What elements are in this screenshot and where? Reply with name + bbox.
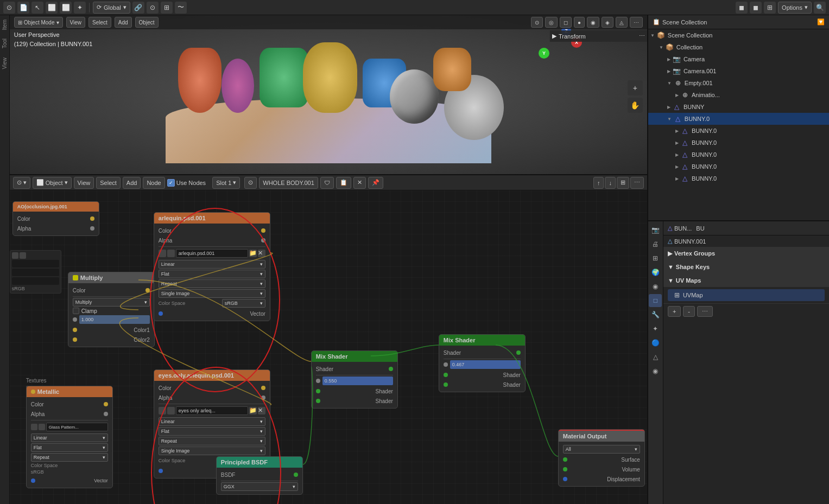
glass-linear-select[interactable]: Linear ▾ bbox=[31, 433, 108, 442]
node-select-button[interactable]: Select bbox=[96, 177, 121, 189]
mini-btn-1[interactable] bbox=[12, 252, 18, 259]
shape-keys-header[interactable]: ▼ Shape Keys bbox=[663, 260, 829, 273]
node-grid-icon[interactable]: ⊞ bbox=[617, 177, 629, 189]
outliner-bunny0-2[interactable]: ▶ △ BUNNY.0 bbox=[648, 137, 829, 149]
viewport-ev-button[interactable]: ◬ bbox=[616, 17, 628, 28]
props-physics-icon-btn[interactable]: 🔵 bbox=[649, 336, 662, 349]
glass-filename-field[interactable]: Glass Pattern... bbox=[46, 423, 108, 431]
props-output-icon-btn[interactable]: 🖨 bbox=[649, 238, 662, 251]
props-world-icon-btn[interactable]: ◉ bbox=[649, 280, 662, 293]
render-icon2[interactable]: ◼ bbox=[750, 2, 762, 14]
object-mode-button[interactable]: ⊞ Object Mode ▾ bbox=[14, 17, 63, 28]
vertex-groups-header[interactable]: ▶ Vertex Groups bbox=[663, 247, 829, 260]
tex2-repeat-select[interactable]: Repeat ▾ bbox=[159, 437, 265, 445]
tex1-repeat-select[interactable]: Repeat ▾ bbox=[159, 279, 265, 288]
node-view-button[interactable]: View bbox=[74, 177, 94, 189]
glass-repeat-select[interactable]: Repeat ▾ bbox=[31, 453, 108, 462]
node-more-icon[interactable]: ⋯ bbox=[630, 177, 644, 189]
hand-tool-button[interactable]: ✋ bbox=[628, 98, 643, 113]
tex1-single-select[interactable]: Single Image ▾ bbox=[159, 289, 265, 298]
ggx-select[interactable]: GGX ▾ bbox=[221, 482, 298, 491]
outliner-bunny0-1[interactable]: ▶ △ BUNNY.0 bbox=[648, 125, 829, 137]
view-button[interactable]: View bbox=[66, 17, 86, 28]
props-material-icon-btn[interactable]: ◉ bbox=[649, 365, 662, 378]
tex2-filename-field[interactable]: eyes only arleq... bbox=[176, 406, 248, 415]
global-dropdown[interactable]: ⟳ Global ▾ bbox=[93, 2, 130, 14]
material-name-button[interactable]: WHOLE BODY.001 bbox=[259, 177, 318, 189]
material-pin-icon[interactable]: 📌 bbox=[368, 177, 383, 189]
tex2-browse-btn[interactable]: 📁 bbox=[249, 407, 257, 414]
viewport-shading-button[interactable]: ⊙ bbox=[531, 17, 543, 28]
tex1-flat-select[interactable]: Flat ▾ bbox=[159, 270, 265, 278]
blender-logo-icon[interactable]: ⊙ bbox=[3, 2, 15, 14]
uv-maps-header[interactable]: ▼ UV Maps bbox=[663, 274, 829, 287]
outliner-collection[interactable]: ▼ 📦 Collection bbox=[648, 41, 829, 53]
use-nodes-checkbox[interactable]: ✓ Use Nodes bbox=[167, 179, 206, 187]
tex1-cs-select[interactable]: sRGB ▾ bbox=[222, 299, 265, 308]
node-object-button[interactable]: ⬜ Object ▾ bbox=[33, 177, 72, 189]
outliner-bunny0-5[interactable]: ▶ △ BUNNY.0 bbox=[648, 173, 829, 184]
all-select[interactable]: All ▾ bbox=[563, 445, 640, 454]
node-down-icon[interactable]: ↓ bbox=[605, 177, 616, 189]
props-scene-icon-btn[interactable]: 🌍 bbox=[649, 266, 662, 279]
props-particles-icon-btn[interactable]: ✦ bbox=[649, 322, 662, 335]
viewport-rendered-button[interactable]: ◈ bbox=[602, 17, 613, 28]
mini-btn-2[interactable] bbox=[20, 252, 26, 259]
transform-options-icon[interactable]: ⋯ bbox=[639, 33, 645, 40]
viewport-material-button[interactable]: ◉ bbox=[587, 17, 599, 28]
viewport-options-btn[interactable]: ⋯ bbox=[630, 17, 643, 28]
fac-value-field[interactable]: 1.000 bbox=[79, 315, 150, 324]
material-shield-icon[interactable]: 🛡 bbox=[320, 177, 334, 189]
outliner-bunny[interactable]: ▶ △ BUNNY bbox=[648, 101, 829, 113]
clamp-checkbox[interactable] bbox=[73, 308, 79, 314]
tex1-linear-select[interactable]: Linear ▾ bbox=[159, 260, 265, 269]
ms1-fac-field[interactable]: 0.550 bbox=[322, 377, 393, 385]
proportional-icon[interactable]: ⊙ bbox=[147, 2, 159, 14]
view-sidebar-label[interactable]: View bbox=[2, 53, 8, 74]
glass-flat-select[interactable]: Flat ▾ bbox=[31, 443, 108, 452]
multiply-operation-select[interactable]: Multiply ▾ bbox=[73, 298, 150, 307]
outliner-empty001[interactable]: ▼ ⊕ Empty.001 bbox=[648, 77, 829, 89]
outliner-scene-collection[interactable]: ▼ 📦 Scene Collection bbox=[648, 29, 829, 41]
lasso-icon[interactable]: ⬜ bbox=[60, 2, 72, 14]
props-remove-btn[interactable]: - bbox=[683, 306, 695, 317]
item-sidebar-label[interactable]: Item bbox=[2, 15, 8, 34]
props-modifier-icon-btn[interactable]: 🔧 bbox=[649, 308, 662, 321]
props-data-icon-btn[interactable]: △ bbox=[649, 350, 662, 363]
tex2-linear-select[interactable]: Linear ▾ bbox=[159, 417, 265, 426]
vp-select-button[interactable]: Select bbox=[88, 17, 111, 28]
tool-sidebar-label[interactable]: Tool bbox=[2, 34, 8, 53]
node-canvas[interactable]: AO(occlusion.jpg.001 Color Alpha bbox=[10, 190, 647, 504]
tex2-flat-select[interactable]: Flat ▾ bbox=[159, 427, 265, 436]
viewport-overlay-button[interactable]: ◎ bbox=[545, 17, 558, 28]
outliner-camera[interactable]: ▶ 📷 Camera bbox=[648, 53, 829, 65]
props-view-layer-icon-btn[interactable]: ⊞ bbox=[649, 252, 662, 265]
search-top-icon[interactable]: 🔍 bbox=[814, 2, 826, 14]
uv-map-item[interactable]: ⊞ UVMap bbox=[668, 289, 825, 301]
cursor-icon[interactable]: ↖ bbox=[31, 2, 43, 14]
outliner-camera001[interactable]: ▶ 📷 Camera.001 bbox=[648, 65, 829, 77]
snap-icon[interactable]: 🔗 bbox=[132, 2, 144, 14]
outliner-bunny0-4[interactable]: ▶ △ BUNNY.0 bbox=[648, 161, 829, 173]
material-sphere-icon[interactable]: ⊙ bbox=[244, 177, 257, 189]
node-up-icon[interactable]: ↑ bbox=[593, 177, 604, 189]
tex1-filename-field[interactable]: arlequin.psd.001 bbox=[176, 249, 248, 258]
curve-icon[interactable]: 〜 bbox=[175, 2, 187, 14]
outliner-bunny0-active[interactable]: ▼ △ BUNNY.0 bbox=[648, 113, 829, 125]
outliner-filter-icon[interactable]: 🔽 bbox=[817, 18, 825, 25]
material-x-icon[interactable]: ✕ bbox=[353, 177, 366, 189]
outliner-bunny0-3[interactable]: ▶ △ BUNNY.0 bbox=[648, 149, 829, 161]
vp-add-button[interactable]: Add bbox=[115, 17, 132, 28]
material-copy-icon[interactable]: 📋 bbox=[336, 177, 351, 189]
viewport-icon[interactable]: ⊞ bbox=[764, 2, 776, 14]
slot-dropdown[interactable]: Slot 1 ▾ bbox=[212, 177, 240, 189]
transform-icon[interactable]: ✦ bbox=[74, 2, 86, 14]
outliner-animation[interactable]: ▶ ⊕ Animatio... bbox=[648, 89, 829, 101]
viewport-xray-button[interactable]: ◻ bbox=[560, 17, 572, 28]
render-icon[interactable]: ◼ bbox=[736, 2, 748, 14]
ms2-fac-field[interactable]: 0.467 bbox=[450, 360, 521, 369]
node-node-button[interactable]: Node bbox=[143, 177, 164, 189]
node-add-button[interactable]: Add bbox=[123, 177, 141, 189]
vp-object-button[interactable]: Object bbox=[135, 17, 159, 28]
viewport-solid-button[interactable]: ● bbox=[574, 17, 585, 28]
